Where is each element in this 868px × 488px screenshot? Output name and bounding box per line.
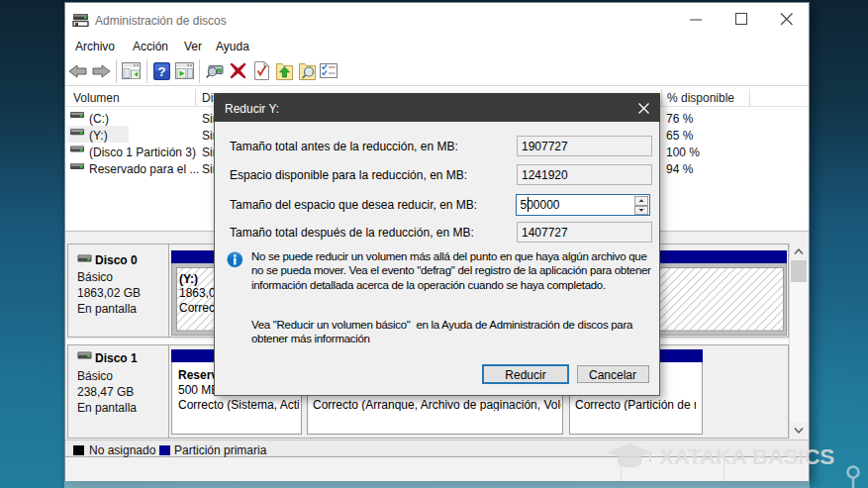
svg-text:?: ? xyxy=(158,64,166,79)
